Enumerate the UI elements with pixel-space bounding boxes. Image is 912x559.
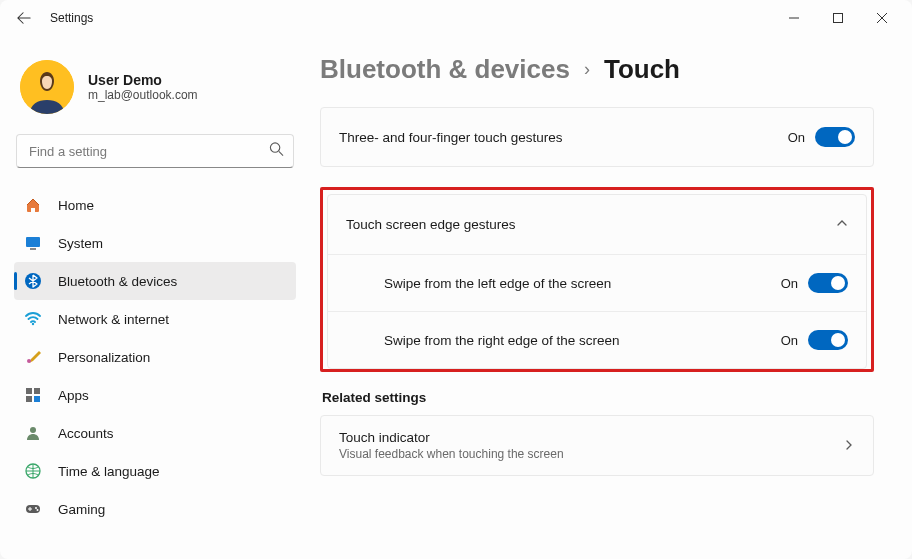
nav-label: Bluetooth & devices [58,274,177,289]
maximize-icon [833,13,843,23]
svg-rect-0 [834,14,843,23]
svg-point-16 [37,509,39,511]
nav-bluetooth-devices[interactable]: Bluetooth & devices [14,262,296,300]
user-email: m_lab@outlook.com [88,88,198,102]
system-icon [24,234,42,252]
edge-gestures-expander[interactable]: Touch screen edge gestures [328,195,866,254]
nav-label: Apps [58,388,89,403]
chevron-right-icon: › [584,59,590,80]
main-content: Bluetooth & devices › Touch Three- and f… [310,36,912,559]
touch-indicator-link[interactable]: Touch indicator Visual feedback when tou… [320,415,874,476]
nav-label: Home [58,198,94,213]
highlight-annotation: Touch screen edge gestures Swipe from th… [320,187,874,372]
svg-point-15 [35,507,37,509]
minimize-icon [789,13,799,23]
svg-point-6 [32,323,34,325]
svg-point-2 [270,143,279,152]
titlebar: Settings [0,0,912,36]
gaming-icon [24,500,42,518]
nav-label: Time & language [58,464,160,479]
nav-label: System [58,236,103,251]
minimize-button[interactable] [772,2,816,34]
svg-rect-4 [30,248,36,250]
nav-network[interactable]: Network & internet [14,300,296,338]
user-profile[interactable]: User Demo m_lab@outlook.com [14,42,296,132]
svg-rect-11 [34,396,40,402]
svg-point-7 [27,359,31,363]
breadcrumb: Bluetooth & devices › Touch [320,54,874,85]
svg-point-12 [30,427,36,433]
swipe-left-toggle[interactable] [808,273,848,293]
three-four-finger-toggle[interactable] [815,127,855,147]
home-icon [24,196,42,214]
gestures-card: Three- and four-finger touch gestures On [320,107,874,167]
svg-rect-3 [26,237,40,247]
nav-label: Network & internet [58,312,169,327]
breadcrumb-current: Touch [604,54,680,85]
nav-list: Home System Bluetooth & devices Network … [14,186,296,528]
person-icon [24,424,42,442]
nav-system[interactable]: System [14,224,296,262]
chevron-right-icon [843,437,855,455]
arrow-left-icon [17,11,31,25]
link-subtitle: Visual feedback when touching the screen [339,447,843,461]
avatar [20,60,74,114]
nav-label: Personalization [58,350,150,365]
row-label: Swipe from the right edge of the screen [384,333,781,348]
user-name: User Demo [88,72,198,88]
search-box [16,134,294,168]
search-input[interactable] [16,134,294,168]
close-button[interactable] [860,2,904,34]
search-icon [269,142,284,161]
row-label: Three- and four-finger touch gestures [339,130,788,145]
toggle-value: On [781,276,798,291]
expander-label: Touch screen edge gestures [346,217,516,232]
nav-label: Accounts [58,426,114,441]
maximize-button[interactable] [816,2,860,34]
three-four-finger-row: Three- and four-finger touch gestures On [321,108,873,166]
chevron-up-icon [836,217,848,232]
globe-icon [24,462,42,480]
window-title: Settings [50,11,93,25]
swipe-right-row: Swipe from the right edge of the screen … [328,311,866,368]
svg-rect-9 [34,388,40,394]
breadcrumb-parent[interactable]: Bluetooth & devices [320,54,570,85]
nav-home[interactable]: Home [14,186,296,224]
nav-accounts[interactable]: Accounts [14,414,296,452]
svg-rect-8 [26,388,32,394]
apps-icon [24,386,42,404]
swipe-left-row: Swipe from the left edge of the screen O… [328,254,866,311]
back-button[interactable] [8,2,40,34]
related-header: Related settings [322,390,874,405]
row-label: Swipe from the left edge of the screen [384,276,781,291]
close-icon [877,13,887,23]
nav-time-language[interactable]: Time & language [14,452,296,490]
sidebar: User Demo m_lab@outlook.com Home System [0,36,310,559]
link-title: Touch indicator [339,430,843,445]
bluetooth-icon [24,272,42,290]
swipe-right-toggle[interactable] [808,330,848,350]
wifi-icon [24,310,42,328]
svg-rect-10 [26,396,32,402]
nav-apps[interactable]: Apps [14,376,296,414]
nav-gaming[interactable]: Gaming [14,490,296,528]
toggle-value: On [788,130,805,145]
toggle-value: On [781,333,798,348]
nav-personalization[interactable]: Personalization [14,338,296,376]
brush-icon [24,348,42,366]
nav-label: Gaming [58,502,105,517]
